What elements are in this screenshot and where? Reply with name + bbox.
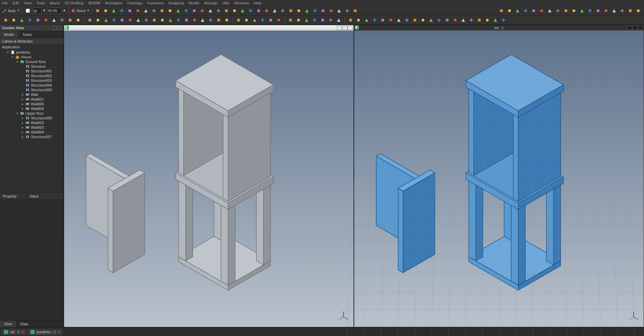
bim-tool-23[interactable] [279,7,286,14]
nav-tool-11[interactable] [586,7,594,14]
mod-tool-2[interactable] [251,16,258,24]
draft-tool-4[interactable] [34,16,42,24]
annot-tool-1[interactable] [295,16,302,24]
float-icon[interactable] [53,26,57,30]
menu-modify[interactable]: Modify [189,1,199,5]
menu--d-drafting[interactable]: 2D Drafting [65,1,84,5]
bim-tool-32[interactable] [352,7,359,14]
menu-utils[interactable]: Utils [222,1,229,5]
viewport-left[interactable] [64,25,354,327]
bim-tool-30[interactable] [335,7,343,14]
arch-tool-5[interactable] [126,16,134,24]
arch-tool-15[interactable] [207,16,214,24]
snap-tool-9[interactable] [419,16,427,24]
menu-tools[interactable]: Tools [36,1,45,5]
viewport-right[interactable]: ref : 1 [354,25,644,327]
spinner-icon[interactable]: ▾ [62,7,66,14]
expand-icon[interactable]: ▸ [21,126,24,129]
menu-annotation[interactable]: Annotation [105,1,123,5]
arch-tool-3[interactable] [110,16,118,24]
snap-tool-19[interactable] [500,16,507,24]
tree-item-house[interactable]: ▾House [0,55,63,59]
arch-tool-4[interactable] [118,16,126,24]
expand-icon[interactable]: ▸ [21,98,24,101]
bim-tool-27[interactable] [311,7,319,14]
nav-tool-10[interactable] [578,7,586,14]
nav-tool-12[interactable] [594,7,602,14]
draft-tool-3[interactable] [26,16,34,24]
nav-tool-4[interactable] [530,7,537,14]
snap-tool-7[interactable] [403,16,411,24]
annot-tool-3[interactable] [311,16,318,24]
bim-tool-6[interactable] [142,7,150,14]
working-plane-selector[interactable]: None ▼ [71,8,90,13]
annot-tool-4[interactable] [319,16,326,24]
mod-tool-4[interactable] [267,16,274,24]
expand-icon[interactable]: ▸ [21,121,24,124]
mod-tool-0[interactable] [235,16,242,24]
mod-tool-5[interactable] [275,16,282,24]
snap-tool-5[interactable] [387,16,394,24]
tab-tasks[interactable]: Tasks [18,31,36,38]
linewidth-input[interactable] [32,8,42,14]
snap-tool-16[interactable] [476,16,483,24]
arch-tool-6[interactable] [135,16,142,24]
bim-tool-10[interactable] [174,7,182,14]
expand-icon[interactable]: ▸ [21,135,24,138]
bim-tool-28[interactable] [319,7,327,14]
mod-tool-1[interactable] [243,16,250,24]
snap-tool-0[interactable] [347,16,354,24]
annot-tool-2[interactable] [303,16,310,24]
snap-tool-3[interactable] [371,16,378,24]
snap-tool-2[interactable] [363,16,370,24]
nav-tool-15[interactable] [619,7,626,14]
draft-tool-6[interactable] [50,16,58,24]
tree-item-structure002[interactable]: Structure002 [0,73,63,78]
snap-tool-17[interactable] [484,16,491,24]
bim-tool-19[interactable] [247,7,254,14]
doc-tab-1[interactable]: predinho : 1× [28,329,63,335]
tree-item-structure005[interactable]: Structure005 [0,88,63,92]
menu-edit[interactable]: Edit [13,1,19,5]
arch-tool-1[interactable] [94,16,102,24]
expand-icon[interactable]: ▸ [21,116,24,120]
annot-tool-0[interactable] [287,16,294,24]
menu-manage[interactable]: Manage [204,1,218,5]
menu-fasteners[interactable]: Fasteners [147,1,164,5]
tree-item-ground-floor[interactable]: ▾Ground floor [0,59,63,64]
doc-tab-0[interactable]: ref : 1× [1,329,26,335]
bim-tool-3[interactable] [118,7,125,14]
arch-tool-9[interactable] [159,16,166,24]
bim-tool-18[interactable] [239,7,246,14]
draft-tool-9[interactable] [74,16,82,24]
nav-tool-6[interactable] [546,7,553,14]
tree-item-wall005[interactable]: ▸Wall005 [0,102,63,106]
tree-item-upper-floor[interactable]: ▾Upper floor [0,111,63,116]
bim-tool-9[interactable] [166,7,174,14]
bim-tool-13[interactable] [199,7,206,14]
menu-snapping[interactable]: Snapping [168,1,184,5]
bim-tool-11[interactable] [182,7,190,14]
bim-tool-7[interactable] [150,7,158,14]
expand-icon[interactable]: ▸ [21,130,24,134]
bim-tool-24[interactable] [287,7,294,14]
nav-tool-2[interactable] [514,7,521,14]
arch-tool-10[interactable] [167,16,174,24]
tree-item-structure003[interactable]: Structure003 [0,78,63,83]
arch-tool-0[interactable] [86,16,94,24]
tree-item-wall006[interactable]: ▸Wall006 [0,106,63,111]
nav-tool-17[interactable] [635,7,642,14]
tree-item-structure007[interactable]: ▸Structure007 [0,134,63,139]
arch-tool-13[interactable] [191,16,198,24]
nav-tool-14[interactable] [610,7,618,14]
bim-tool-1[interactable] [102,7,109,14]
snap-tool-11[interactable] [435,16,443,24]
bim-tool-17[interactable] [231,7,238,14]
bim-tool-8[interactable] [158,7,166,14]
snap-tool-6[interactable] [395,16,402,24]
expand-icon[interactable]: ▾ [11,55,14,59]
arch-tool-8[interactable] [151,16,158,24]
expand-icon[interactable]: ▸ [21,102,24,106]
nav-tool-5[interactable] [538,7,545,14]
expand-icon[interactable]: ▾ [6,51,9,54]
